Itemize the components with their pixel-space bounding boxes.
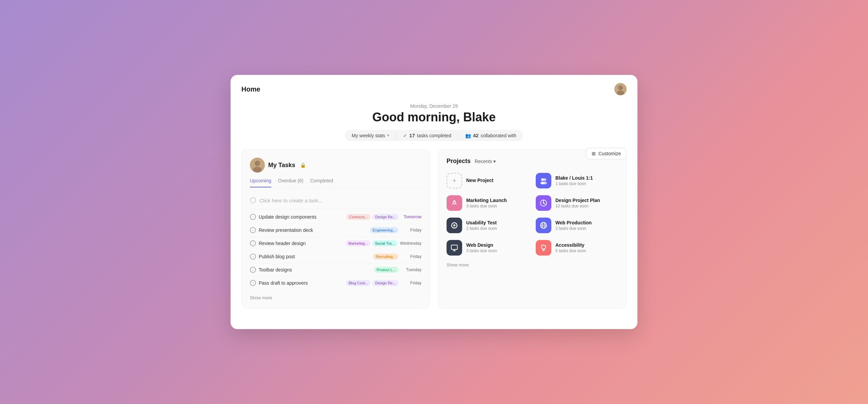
project-icon-monitor — [447, 240, 462, 256]
create-task[interactable]: Click here to create a task... — [250, 195, 421, 209]
stats-divider2 — [458, 133, 458, 138]
lock-icon: 🔒 — [300, 162, 306, 168]
project-item-accessibility[interactable]: Accessibility 5 tasks due soon — [536, 240, 618, 256]
task-check-icon: ○ — [250, 267, 256, 273]
svg-point-4 — [255, 161, 260, 166]
task-tags: Marketing... Social Tra... — [346, 240, 397, 246]
task-row[interactable]: ○ Publish blog post Recruiting... Friday — [250, 250, 421, 263]
project-item-web-design[interactable]: Web Design 3 tasks due soon — [447, 240, 529, 256]
due-date: Tomorrow — [401, 215, 421, 219]
due-date: Wednesday — [400, 241, 421, 246]
task-check-icon: ○ — [250, 280, 256, 286]
task-row[interactable]: ○ Pass draft to approvers Blog Cont... D… — [250, 277, 421, 290]
task-row[interactable]: ○ Review presentation deck Engineering..… — [250, 224, 421, 237]
tag: Design Re... — [372, 214, 398, 220]
tabs: Upcoming Overdue (6) Completed — [250, 178, 421, 188]
project-icon-chart — [536, 195, 551, 211]
task-row[interactable]: ○ Review header design Marketing... Soci… — [250, 237, 421, 250]
page-title: Home — [241, 85, 260, 93]
collaborated-count: 42 — [473, 133, 479, 138]
task-check-icon: ○ — [250, 254, 256, 260]
tag: Contracts... — [346, 214, 371, 220]
tag: Marketing... — [346, 240, 370, 246]
tab-upcoming[interactable]: Upcoming — [250, 178, 271, 187]
tag: Design Re... — [372, 280, 398, 286]
task-name: Toolbar designs — [259, 267, 371, 272]
task-tags: Product L... — [374, 267, 398, 273]
task-check-icon: ○ — [250, 227, 256, 233]
project-info: Design Project Plan 10 tasks due soon — [555, 198, 618, 208]
project-tasks: 10 tasks due soon — [555, 204, 618, 208]
project-item-new[interactable]: + New Project — [447, 173, 529, 188]
svg-point-14 — [453, 224, 455, 226]
project-icon-globe — [536, 218, 551, 233]
stats-bar: My weekly stats ▾ ✓ 17 tasks completed 👥… — [345, 130, 523, 141]
tasks-completed-label: tasks completed — [417, 133, 451, 138]
project-tasks: 5 tasks due soon — [555, 248, 618, 253]
svg-rect-20 — [451, 245, 457, 249]
project-info: New Project — [466, 178, 529, 184]
panel-header: My Tasks 🔒 — [250, 158, 421, 173]
show-more-tasks[interactable]: Show more — [250, 295, 421, 300]
project-name: Web Design — [466, 242, 529, 248]
tab-completed[interactable]: Completed — [310, 178, 333, 187]
svg-point-6 — [541, 178, 544, 181]
svg-point-23 — [541, 245, 546, 249]
main-content: My Tasks 🔒 Upcoming Overdue (6) Complete… — [231, 149, 637, 320]
project-info: Marketing Launch 3 tasks due soon — [466, 198, 529, 208]
svg-point-12 — [543, 202, 544, 204]
create-task-placeholder: Click here to create a task... — [259, 198, 322, 203]
project-name: Usability Test — [466, 220, 529, 225]
project-item-blake-louis[interactable]: Blake / Louis 1:1 1 tasks due soon — [536, 173, 618, 188]
svg-point-9 — [543, 182, 547, 184]
tab-overdue[interactable]: Overdue (6) — [278, 178, 303, 187]
task-name: Update design components — [259, 214, 343, 220]
tasks-completed-count: 17 — [409, 133, 415, 138]
checkmark-icon: ✓ — [403, 133, 407, 138]
show-more-projects[interactable]: Show more — [447, 262, 618, 267]
task-name: Review presentation deck — [259, 227, 367, 233]
svg-point-1 — [618, 85, 623, 90]
tag: Recruiting... — [373, 254, 398, 260]
chevron-down-icon: ▾ — [493, 159, 496, 164]
task-name: Pass draft to approvers — [259, 280, 343, 286]
projects-panel: Projects Recents ▾ + New Project — [438, 149, 627, 309]
svg-line-27 — [546, 245, 546, 246]
project-item-marketing[interactable]: Marketing Launch 3 tasks due soon — [447, 195, 529, 211]
project-item-design-plan[interactable]: Design Project Plan 10 tasks due soon — [536, 195, 618, 211]
due-date: Friday — [401, 281, 421, 285]
customize-label: Customize — [598, 151, 621, 156]
stats-dropdown[interactable]: My weekly stats ▾ — [352, 133, 389, 138]
avatar[interactable] — [614, 83, 627, 95]
project-info: Accessibility 5 tasks due soon — [555, 242, 618, 253]
project-icon-bulb — [536, 240, 551, 256]
task-row[interactable]: ○ Update design components Contracts... … — [250, 210, 421, 224]
tag: Product L... — [374, 267, 398, 273]
new-project-icon: + — [447, 173, 462, 188]
projects-title: Projects — [447, 158, 471, 165]
project-icon-circle — [447, 218, 462, 233]
task-name: Review header design — [259, 241, 343, 246]
people-icon: 👥 — [465, 133, 471, 138]
task-tags: Blog Cont... Design Re... — [346, 280, 398, 286]
header: Home — [231, 75, 637, 98]
project-name: Marketing Launch — [466, 198, 529, 203]
project-name: Blake / Louis 1:1 — [555, 175, 618, 181]
projects-grid: + New Project — [447, 173, 618, 256]
project-info: Web Design 3 tasks due soon — [466, 242, 529, 253]
project-info: Usability Test 2 tasks due soon — [466, 220, 529, 231]
project-item-usability[interactable]: Usability Test 2 tasks due soon — [447, 218, 529, 233]
recents-button[interactable]: Recents ▾ — [475, 159, 496, 164]
svg-point-7 — [544, 178, 546, 181]
svg-point-10 — [454, 202, 455, 204]
my-tasks-title: My Tasks — [268, 162, 295, 169]
project-tasks: 3 tasks due soon — [466, 248, 529, 253]
project-icon-rocket — [447, 195, 462, 211]
task-row[interactable]: ○ Toolbar designs Product L... Tuesday — [250, 263, 421, 277]
stats-dropdown-label: My weekly stats — [352, 133, 385, 138]
project-name: New Project — [466, 178, 529, 183]
project-item-web-production[interactable]: Web Production 2 tasks due soon — [536, 218, 618, 233]
task-tags: Contracts... Design Re... — [346, 214, 398, 220]
tag: Engineering... — [370, 227, 398, 233]
customize-button[interactable]: ⊞ Customize — [586, 148, 627, 159]
